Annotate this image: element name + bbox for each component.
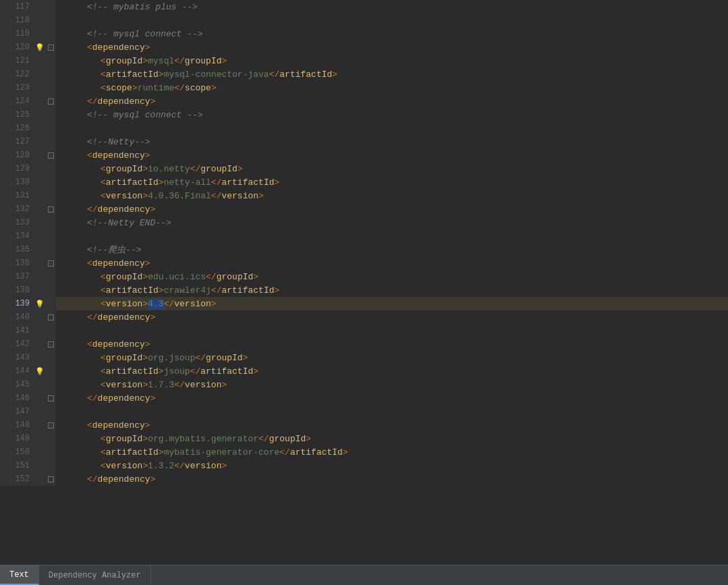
code-line: 120💡−<dependency> bbox=[0, 40, 728, 54]
fold-column bbox=[46, 324, 56, 337]
hint-column bbox=[35, 13, 46, 27]
hint-icon[interactable]: 💡 bbox=[35, 366, 45, 376]
line-number: 128 bbox=[0, 148, 35, 162]
line-number: 133 bbox=[0, 216, 35, 229]
fold-column bbox=[46, 27, 56, 40]
line-content bbox=[56, 229, 728, 243]
fold-column bbox=[46, 445, 56, 459]
line-content: <artifactId>mybatis-generator-core</arti… bbox=[56, 445, 728, 459]
line-number: 130 bbox=[0, 175, 35, 189]
hint-icon[interactable]: 💡 bbox=[35, 299, 45, 308]
fold-column bbox=[46, 108, 56, 121]
tab-text-label: Text bbox=[9, 570, 29, 580]
line-content: <groupId>edu.uci.ics</groupId> bbox=[56, 270, 728, 283]
fold-button[interactable]: − bbox=[48, 341, 54, 347]
fold-column: − bbox=[46, 418, 56, 432]
fold-column bbox=[46, 472, 56, 486]
hint-column bbox=[35, 189, 46, 202]
fold-button[interactable] bbox=[48, 314, 54, 321]
fold-column bbox=[46, 94, 56, 108]
hint-column bbox=[35, 337, 46, 351]
line-content: <version>4.3</version> bbox=[56, 297, 728, 310]
fold-button[interactable]: − bbox=[48, 422, 54, 428]
line-number: 118 bbox=[0, 13, 35, 27]
line-number: 147 bbox=[0, 405, 35, 418]
hint-column bbox=[35, 202, 46, 216]
line-content: <!-- mybatis plus --> bbox=[56, 0, 728, 13]
fold-button[interactable]: − bbox=[48, 45, 54, 51]
line-number: 120 bbox=[0, 40, 35, 54]
code-line: 127<!--Netty--> bbox=[0, 135, 728, 148]
fold-column: − bbox=[46, 337, 56, 351]
code-line: 121<groupId>mysql</groupId> bbox=[0, 54, 728, 67]
fold-column bbox=[46, 310, 56, 324]
code-line: 135<!--爬虫--> bbox=[0, 243, 728, 256]
code-line: 131<version>4.0.36.Final</version> bbox=[0, 189, 728, 202]
line-content: <groupId>mysql</groupId> bbox=[56, 54, 728, 67]
hint-column bbox=[35, 472, 46, 486]
hint-icon[interactable]: 💡 bbox=[35, 43, 45, 52]
line-content: </dependency> bbox=[56, 310, 728, 324]
line-number: 132 bbox=[0, 202, 35, 216]
fold-button[interactable] bbox=[48, 99, 54, 105]
hint-column bbox=[35, 378, 46, 391]
hint-column bbox=[35, 310, 46, 324]
fold-column bbox=[46, 175, 56, 189]
hint-column bbox=[35, 216, 46, 229]
code-line: 134 bbox=[0, 229, 728, 243]
hint-column bbox=[35, 391, 46, 405]
hint-column bbox=[35, 162, 46, 175]
line-content: <version>1.3.2</version> bbox=[56, 459, 728, 472]
code-line: 123<scope>runtime</scope> bbox=[0, 81, 728, 94]
fold-button[interactable] bbox=[48, 395, 54, 401]
fold-column bbox=[46, 378, 56, 391]
hint-column: 💡 bbox=[35, 40, 46, 54]
tab-text[interactable]: Text bbox=[0, 565, 39, 585]
line-number: 148 bbox=[0, 418, 35, 432]
code-line: 141 bbox=[0, 324, 728, 337]
fold-button[interactable]: − bbox=[48, 260, 54, 267]
hint-column bbox=[35, 445, 46, 459]
hint-column bbox=[35, 94, 46, 108]
code-line: 130<artifactId>netty-all</artifactId> bbox=[0, 175, 728, 189]
line-number: 141 bbox=[0, 324, 35, 337]
fold-button[interactable]: − bbox=[48, 152, 54, 159]
fold-column bbox=[46, 202, 56, 216]
hint-column bbox=[35, 432, 46, 445]
code-line: 125<!-- mysql connect --> bbox=[0, 108, 728, 121]
line-number: 149 bbox=[0, 432, 35, 445]
hint-column bbox=[35, 405, 46, 418]
hint-column bbox=[35, 229, 46, 243]
fold-column bbox=[46, 297, 56, 310]
hint-column bbox=[35, 54, 46, 67]
fold-column bbox=[46, 54, 56, 67]
code-line: 145<version>1.7.3</version> bbox=[0, 378, 728, 391]
code-line: 148−<dependency> bbox=[0, 418, 728, 432]
line-content: <groupId>org.mybatis.generator</groupId> bbox=[56, 432, 728, 445]
line-number: 150 bbox=[0, 445, 35, 459]
fold-button[interactable] bbox=[48, 476, 54, 482]
line-number: 131 bbox=[0, 189, 35, 202]
code-line: 151<version>1.3.2</version> bbox=[0, 459, 728, 472]
line-content: <!--爬虫--> bbox=[56, 243, 728, 256]
line-content: <dependency> bbox=[56, 418, 728, 432]
line-content: <dependency> bbox=[56, 337, 728, 351]
fold-column bbox=[46, 351, 56, 364]
tab-dependency-analyzer[interactable]: Dependency Analyzer bbox=[39, 565, 151, 585]
code-line: 143<groupId>org.jsoup</groupId> bbox=[0, 351, 728, 364]
line-number: 143 bbox=[0, 351, 35, 364]
line-number: 144 bbox=[0, 364, 35, 378]
line-content: </dependency> bbox=[56, 391, 728, 405]
hint-column bbox=[35, 81, 46, 94]
hint-column bbox=[35, 0, 46, 13]
line-content bbox=[56, 121, 728, 135]
fold-button[interactable] bbox=[48, 206, 54, 213]
line-content: <artifactId>crawler4j</artifactId> bbox=[56, 283, 728, 297]
fold-column bbox=[46, 67, 56, 81]
line-number: 127 bbox=[0, 135, 35, 148]
code-line: 117<!-- mybatis plus --> bbox=[0, 0, 728, 13]
line-number: 139 bbox=[0, 297, 35, 310]
fold-column bbox=[46, 270, 56, 283]
line-number: 140 bbox=[0, 310, 35, 324]
fold-column bbox=[46, 432, 56, 445]
